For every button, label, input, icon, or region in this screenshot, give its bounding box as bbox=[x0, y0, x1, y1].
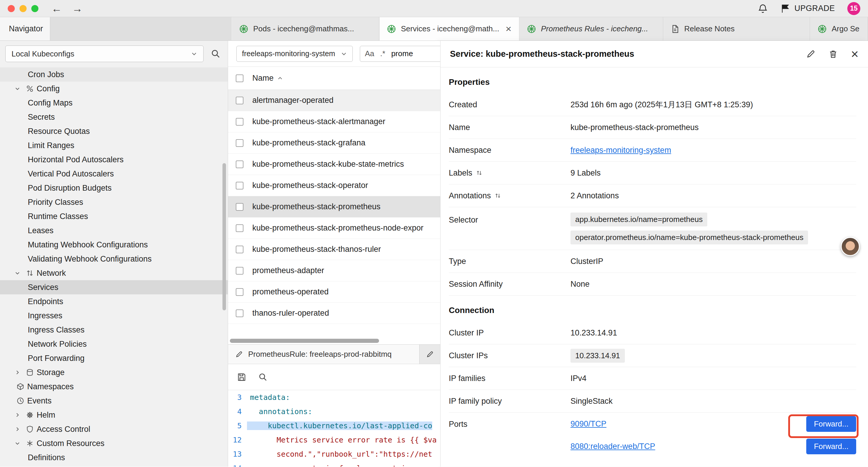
sort-updown-icon[interactable] bbox=[495, 193, 501, 199]
sidebar-item-helm[interactable]: Helm bbox=[0, 408, 228, 422]
yaml-editor[interactable]: 3 metadata: 4 annotations: 5 kubectl.kub… bbox=[228, 390, 440, 467]
sidebar-item-endpoints[interactable]: Endpoints bbox=[0, 294, 228, 309]
sidebar-item-ingress-classes[interactable]: Ingress Classes bbox=[0, 323, 228, 337]
select-all-checkbox[interactable] bbox=[236, 75, 243, 82]
row-checkbox[interactable] bbox=[236, 310, 243, 317]
sidebar-item-resource-quotas[interactable]: Resource Quotas bbox=[0, 124, 228, 138]
kubeconfig-selector-value: Local Kubeconfigs bbox=[11, 49, 74, 59]
horizontal-scrollbar[interactable] bbox=[230, 339, 379, 343]
save-icon[interactable] bbox=[237, 372, 246, 382]
row-checkbox[interactable] bbox=[236, 267, 243, 274]
close-panel-icon[interactable]: × bbox=[851, 48, 859, 61]
sidebar-item-secrets[interactable]: Secrets bbox=[0, 110, 228, 124]
sidebar-item-ingresses[interactable]: Ingresses bbox=[0, 309, 228, 323]
regex-toggle[interactable]: .* bbox=[380, 49, 385, 58]
sidebar-item-definitions[interactable]: Definitions bbox=[0, 450, 228, 465]
annotations-count[interactable]: 2 Annotations bbox=[570, 191, 856, 200]
match-case-toggle[interactable]: Aa bbox=[365, 49, 374, 58]
sidebar-item-events[interactable]: Events bbox=[0, 394, 228, 408]
window-controls bbox=[8, 5, 38, 12]
row-checkbox[interactable] bbox=[236, 97, 243, 104]
kubernetes-cluster-icon bbox=[239, 24, 248, 34]
port-link-8080[interactable]: 8080:reloader-web/TCP bbox=[570, 442, 655, 451]
navigator-panel-tab[interactable]: Navigator bbox=[0, 17, 50, 40]
sidebar-item-limit-ranges[interactable]: Limit Ranges bbox=[0, 138, 228, 152]
dock-tab-next[interactable] bbox=[420, 345, 440, 364]
row-checkbox[interactable] bbox=[236, 139, 243, 147]
upgrade-button[interactable]: UPGRADE bbox=[780, 4, 835, 13]
notification-count-badge[interactable]: 15 bbox=[847, 2, 860, 15]
table-row[interactable]: prometheus-operated bbox=[228, 282, 440, 303]
tab-pods[interactable]: Pods - icecheng@mathmas... bbox=[231, 17, 379, 40]
tab-label: Argo Se bbox=[832, 24, 861, 33]
sidebar-item-priority-classes[interactable]: Priority Classes bbox=[0, 195, 228, 209]
zoom-window-button[interactable] bbox=[31, 5, 38, 12]
sidebar-item-config[interactable]: Config bbox=[0, 82, 228, 96]
sidebar-item-storage[interactable]: Storage bbox=[0, 365, 228, 380]
sidebar-item-services[interactable]: Services bbox=[0, 280, 228, 294]
sidebar-item-validating-webhook-configurations[interactable]: Validating Webhook Configurations bbox=[0, 252, 228, 266]
sidebar-item-custom-resources[interactable]: Custom Resources bbox=[0, 436, 228, 450]
edit-pencil-icon[interactable] bbox=[806, 49, 815, 59]
row-checkbox[interactable] bbox=[236, 160, 243, 168]
table-row-selected[interactable]: kube-prometheus-stack-prometheus bbox=[228, 196, 440, 217]
forward-button[interactable]: Forward... bbox=[806, 439, 856, 454]
row-checkbox[interactable] bbox=[236, 118, 243, 126]
table-row[interactable]: prometheus-adapter bbox=[228, 260, 440, 282]
sidebar-item-config-maps[interactable]: Config Maps bbox=[0, 96, 228, 110]
row-checkbox[interactable] bbox=[236, 182, 243, 189]
forward-button[interactable]: Forward... bbox=[806, 416, 856, 432]
sidebar-item-network-policies[interactable]: Network Policies bbox=[0, 337, 228, 351]
list-search-input[interactable]: Aa .* prome bbox=[360, 46, 440, 62]
labels-count[interactable]: 9 Labels bbox=[570, 169, 856, 178]
type-value: ClusterIP bbox=[570, 257, 856, 266]
table-row[interactable]: thanos-ruler-operated bbox=[228, 303, 440, 324]
sidebar-item-vertical-pod-autoscalers[interactable]: Vertical Pod Autoscalers bbox=[0, 167, 228, 181]
namespace-link[interactable]: freeleaps-monitoring-system bbox=[570, 146, 671, 154]
sidebar-item-network[interactable]: Network bbox=[0, 266, 228, 280]
sidebar-scrollbar[interactable] bbox=[222, 163, 226, 310]
row-checkbox[interactable] bbox=[236, 288, 243, 296]
minimize-window-button[interactable] bbox=[20, 5, 27, 12]
close-tab-icon[interactable]: × bbox=[505, 23, 512, 35]
name-column-header[interactable]: Name bbox=[252, 74, 283, 83]
table-row[interactable]: kube-prometheus-stack-kube-state-metrics bbox=[228, 154, 440, 175]
sidebar-item-cron-jobs[interactable]: Cron Jobs bbox=[0, 67, 228, 82]
back-button[interactable]: ← bbox=[52, 2, 62, 15]
cluster-ips-badge: 10.233.14.91 bbox=[570, 349, 625, 363]
row-checkbox[interactable] bbox=[236, 224, 243, 232]
sort-updown-icon[interactable] bbox=[476, 170, 483, 176]
sidebar-item-access-control[interactable]: Access Control bbox=[0, 422, 228, 436]
port-link-9090[interactable]: 9090/TCP bbox=[570, 419, 607, 429]
sidebar-item-leases[interactable]: Leases bbox=[0, 224, 228, 238]
table-row[interactable]: alertmanager-operated bbox=[228, 90, 440, 111]
sidebar-item-mutating-webhook-configurations[interactable]: Mutating Webhook Configurations bbox=[0, 238, 228, 252]
delete-trash-icon[interactable] bbox=[829, 49, 838, 59]
notifications-bell-icon[interactable] bbox=[758, 4, 768, 13]
row-checkbox[interactable] bbox=[236, 203, 243, 211]
table-row[interactable]: kube-prometheus-stack-grafana bbox=[228, 133, 440, 154]
tab-services[interactable]: Services - icecheng@math... × bbox=[379, 17, 519, 40]
tab-argo[interactable]: Argo Se bbox=[810, 17, 868, 40]
close-window-button[interactable] bbox=[8, 5, 15, 12]
sidebar-item-horizontal-pod-autoscalers[interactable]: Horizontal Pod Autoscalers bbox=[0, 152, 228, 167]
avatar[interactable] bbox=[841, 237, 860, 256]
kubeconfig-selector[interactable]: Local Kubeconfigs bbox=[5, 46, 204, 62]
table-row[interactable]: kube-prometheus-stack-prometheus-node-ex… bbox=[228, 217, 440, 239]
sidebar-search-icon[interactable] bbox=[209, 49, 222, 59]
tab-release-notes[interactable]: Release Notes bbox=[663, 17, 810, 40]
row-checkbox[interactable] bbox=[236, 245, 243, 253]
tab-prometheus-rules[interactable]: Prometheus Rules - icecheng... bbox=[519, 17, 663, 40]
namespace-selector[interactable]: freeleaps-monitoring-system bbox=[236, 46, 353, 62]
table-row[interactable]: kube-prometheus-stack-alertmanager bbox=[228, 111, 440, 133]
forward-button[interactable]: → bbox=[72, 2, 83, 15]
sidebar-item-port-forwarding[interactable]: Port Forwarding bbox=[0, 351, 228, 365]
editor-search-icon[interactable] bbox=[258, 372, 268, 382]
selector-badge: app.kubernetes.io/name=prometheus bbox=[570, 212, 707, 226]
sidebar-item-runtime-classes[interactable]: Runtime Classes bbox=[0, 209, 228, 224]
table-row[interactable]: kube-prometheus-stack-operator bbox=[228, 175, 440, 196]
table-row[interactable]: kube-prometheus-stack-thanos-ruler bbox=[228, 239, 440, 260]
sidebar-item-namespaces[interactable]: Namespaces bbox=[0, 380, 228, 394]
sidebar-item-pod-disruption-budgets[interactable]: Pod Disruption Budgets bbox=[0, 181, 228, 195]
dock-tab-prometheusrule[interactable]: PrometheusRule: freeleaps-prod-rabbitmq bbox=[228, 345, 420, 364]
